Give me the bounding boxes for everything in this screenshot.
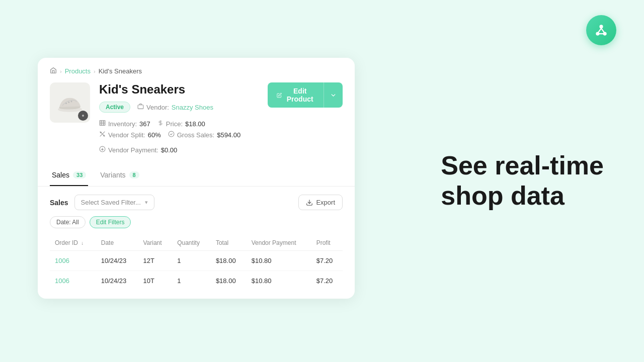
product-image-container <box>50 82 90 123</box>
breadcrumb: › Products › Kid's Sneakers <box>38 58 355 82</box>
order-id-cell[interactable]: 1006 <box>50 251 96 271</box>
variants-tab-badge: 8 <box>129 171 139 178</box>
total-cell: $18.00 <box>211 271 247 291</box>
date-cell: 10/24/23 <box>96 271 138 291</box>
col-total: Total <box>211 235 247 251</box>
profit-cell: $7.20 <box>311 251 343 271</box>
sales-toolbar: Sales Select Saved Filter... ▾ Export <box>50 195 343 210</box>
svg-line-4 <box>601 28 604 32</box>
status-badge: Active <box>99 102 130 113</box>
sales-table: Order ID ↓ Date Variant Quantity Total V… <box>50 235 343 291</box>
vendor-payment-value: $0.00 <box>161 146 178 154</box>
export-label: Export <box>316 199 335 206</box>
quantity-cell: 1 <box>172 251 211 271</box>
inventory-value: 367 <box>139 120 150 128</box>
vendor-payment-meta: Vendor Payment: $0.00 <box>99 146 177 154</box>
date-cell: 10/24/23 <box>96 251 138 271</box>
vendor-icon <box>137 103 144 111</box>
table-row: 100610/24/2312T1$18.00$10.80$7.20 <box>50 251 343 271</box>
price-meta: Price: $18.00 <box>157 120 205 128</box>
gross-sales-icon <box>168 131 175 139</box>
filter-chips: Date: All Edit Filters <box>50 216 343 228</box>
svg-point-12 <box>83 115 84 116</box>
quantity-cell: 1 <box>172 271 211 291</box>
vendor-meta: Vendor: Snazzy Shoes <box>137 103 213 111</box>
breadcrumb-chevron-1: › <box>60 68 62 74</box>
tagline: See real-time shop data <box>441 151 604 211</box>
sort-icon: ↓ <box>81 240 84 246</box>
vendor-value[interactable]: Snazzy Shoes <box>172 104 213 111</box>
svg-line-3 <box>599 28 601 32</box>
date-filter-chip[interactable]: Date: All <box>50 216 86 228</box>
product-card: › Products › Kid's Sneakers <box>38 58 355 299</box>
edit-product-dropdown-button[interactable] <box>324 82 343 108</box>
product-title: Kid's Sneakers <box>99 82 262 97</box>
edit-button-group: Edit Product <box>268 82 343 108</box>
sales-section: Sales Select Saved Filter... ▾ Export Da… <box>38 187 355 299</box>
product-info: Kid's Sneakers Active Vendor: Snazzy Sho… <box>99 82 343 157</box>
breadcrumb-current: Kid's Sneakers <box>99 67 142 75</box>
total-cell: $18.00 <box>211 251 247 271</box>
sales-tab-badge: 33 <box>73 171 86 178</box>
variant-cell: 12T <box>138 251 172 271</box>
breadcrumb-chevron-2: › <box>94 68 96 74</box>
vendor-split-icon <box>99 131 106 139</box>
price-icon <box>157 120 164 128</box>
table-header-row: Order ID ↓ Date Variant Quantity Total V… <box>50 235 343 251</box>
filter-placeholder: Select Saved Filter... <box>81 199 141 206</box>
tabs: Sales 33 Variants 8 <box>38 165 355 187</box>
vendor-split-value: 60% <box>148 131 161 139</box>
price-value: $18.00 <box>185 120 205 128</box>
product-header: Kid's Sneakers Active Vendor: Snazzy Sho… <box>38 82 355 165</box>
sales-section-label: Sales <box>50 199 68 207</box>
col-profit: Profit <box>311 235 343 251</box>
sales-toolbar-left: Sales Select Saved Filter... ▾ <box>50 195 154 210</box>
gross-sales-value: $594.00 <box>217 131 240 139</box>
edit-filters-chip[interactable]: Edit Filters <box>90 216 131 228</box>
inventory-meta: Inventory: 367 <box>99 120 150 128</box>
svg-point-8 <box>68 102 69 103</box>
export-button[interactable]: Export <box>298 195 343 210</box>
filter-chevron-icon: ▾ <box>145 199 148 206</box>
svg-rect-13 <box>138 105 143 109</box>
vendor-payment-cell: $10.80 <box>247 251 311 271</box>
col-order-id[interactable]: Order ID ↓ <box>50 235 96 251</box>
edit-product-button[interactable]: Edit Product <box>268 82 324 108</box>
inventory-icon <box>99 120 106 128</box>
vendor-split-meta: Vendor Split: 60% <box>99 131 161 139</box>
col-vendor-payment: Vendor Payment <box>247 235 311 251</box>
tab-variants[interactable]: Variants 8 <box>98 165 141 186</box>
product-meta-row-1: Active Vendor: Snazzy Shoes <box>99 102 262 128</box>
profit-cell: $7.20 <box>311 271 343 291</box>
vendor-payment-cell: $10.80 <box>247 271 311 291</box>
col-date: Date <box>96 235 138 251</box>
variant-cell: 10T <box>138 271 172 291</box>
app-logo[interactable] <box>586 15 616 45</box>
filter-select[interactable]: Select Saved Filter... ▾ <box>74 195 154 210</box>
svg-rect-14 <box>100 121 105 126</box>
svg-point-9 <box>71 101 72 102</box>
vendor-payment-icon <box>99 146 106 154</box>
breadcrumb-products[interactable]: Products <box>65 67 91 75</box>
table-row: 100610/24/2310T1$18.00$10.80$7.20 <box>50 271 343 291</box>
image-edit-button[interactable] <box>78 111 88 121</box>
col-variant: Variant <box>138 235 172 251</box>
col-quantity: Quantity <box>172 235 211 251</box>
tab-sales[interactable]: Sales 33 <box>50 165 88 186</box>
home-icon[interactable] <box>50 67 57 75</box>
svg-point-7 <box>65 103 67 104</box>
order-id-cell[interactable]: 1006 <box>50 271 96 291</box>
product-meta-row-2: Vendor Split: 60% Gross Sales: $594.00 <box>99 131 262 154</box>
gross-sales-meta: Gross Sales: $594.00 <box>168 131 240 139</box>
